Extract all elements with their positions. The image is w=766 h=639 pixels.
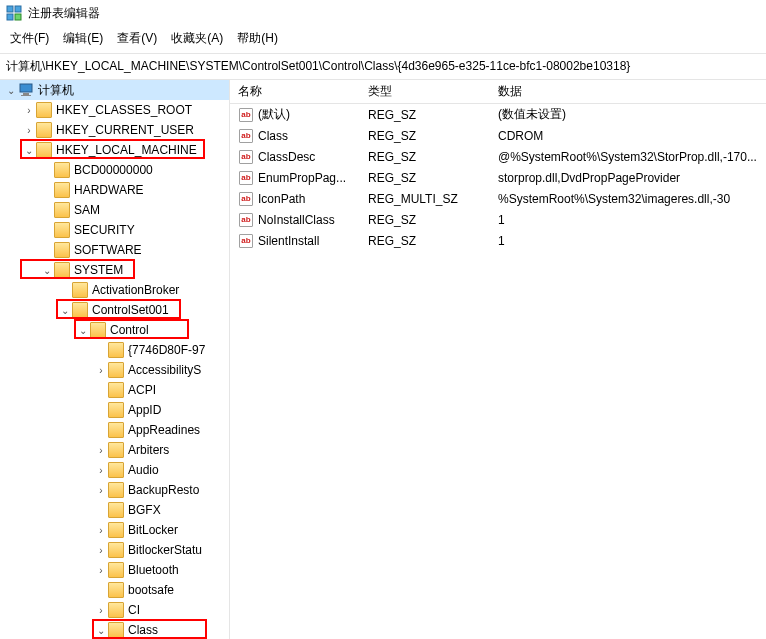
tree-node[interactable]: AppReadines	[0, 420, 229, 440]
folder-icon	[108, 422, 124, 438]
value-row[interactable]: abIconPathREG_MULTI_SZ%SystemRoot%\Syste…	[230, 188, 766, 209]
chevron-down-icon[interactable]: ⌄	[76, 325, 90, 336]
folder-icon	[36, 122, 52, 138]
value-list[interactable]: 名称 类型 数据 ab(默认)REG_SZ(数值未设置)abClassREG_S…	[230, 80, 766, 639]
chevron-down-icon[interactable]: ⌄	[94, 625, 108, 636]
tree-node[interactable]: ›Audio	[0, 460, 229, 480]
tree-node[interactable]: SAM	[0, 200, 229, 220]
tree-node[interactable]: SECURITY	[0, 220, 229, 240]
folder-icon	[108, 342, 124, 358]
value-type: REG_SZ	[360, 213, 490, 227]
folder-icon	[36, 142, 52, 158]
tree-node[interactable]: HARDWARE	[0, 180, 229, 200]
tree-node-label: AccessibilityS	[128, 363, 201, 377]
column-type[interactable]: 类型	[360, 83, 490, 100]
address-bar[interactable]: 计算机\HKEY_LOCAL_MACHINE\SYSTEM\ControlSet…	[0, 54, 766, 80]
column-data[interactable]: 数据	[490, 83, 766, 100]
chevron-down-icon[interactable]: ⌄	[58, 305, 72, 316]
chevron-down-icon[interactable]: ⌄	[4, 85, 18, 96]
tree-node[interactable]: ⌄SYSTEM	[0, 260, 229, 280]
chevron-right-icon[interactable]: ›	[22, 105, 36, 116]
value-row[interactable]: abNoInstallClassREG_SZ1	[230, 209, 766, 230]
folder-icon	[54, 222, 70, 238]
tree-node[interactable]: ›Arbiters	[0, 440, 229, 460]
tree-node-label: 计算机	[38, 82, 74, 99]
tree-node[interactable]: SOFTWARE	[0, 240, 229, 260]
tree-node[interactable]: ›Bluetooth	[0, 560, 229, 580]
string-value-icon: ab	[238, 191, 254, 207]
tree-node[interactable]: ⌄计算机	[0, 80, 229, 100]
tree-node[interactable]: ›AccessibilityS	[0, 360, 229, 380]
tree-node-label: AppID	[128, 403, 161, 417]
tree-node-label: HARDWARE	[74, 183, 144, 197]
chevron-right-icon[interactable]: ›	[94, 445, 108, 456]
chevron-right-icon[interactable]: ›	[94, 545, 108, 556]
tree-node[interactable]: BGFX	[0, 500, 229, 520]
menu-file[interactable]: 文件(F)	[4, 28, 55, 49]
string-value-icon: ab	[238, 128, 254, 144]
window-title: 注册表编辑器	[28, 5, 100, 22]
value-row[interactable]: abEnumPropPag...REG_SZstorprop.dll,DvdPr…	[230, 167, 766, 188]
string-value-icon: ab	[238, 149, 254, 165]
string-value-icon: ab	[238, 212, 254, 228]
list-header[interactable]: 名称 类型 数据	[230, 80, 766, 104]
folder-icon	[108, 462, 124, 478]
menu-favorites[interactable]: 收藏夹(A)	[165, 28, 229, 49]
value-type: REG_SZ	[360, 234, 490, 248]
svg-rect-5	[23, 93, 29, 95]
tree-node-label: ACPI	[128, 383, 156, 397]
tree-node[interactable]: ActivationBroker	[0, 280, 229, 300]
value-row[interactable]: abClassREG_SZCDROM	[230, 125, 766, 146]
tree-node[interactable]: BCD00000000	[0, 160, 229, 180]
tree-node[interactable]: {7746D80F-97	[0, 340, 229, 360]
string-value-icon: ab	[238, 233, 254, 249]
folder-icon	[108, 582, 124, 598]
tree-node-label: ControlSet001	[92, 303, 169, 317]
chevron-right-icon[interactable]: ›	[94, 605, 108, 616]
chevron-right-icon[interactable]: ›	[94, 365, 108, 376]
chevron-right-icon[interactable]: ›	[22, 125, 36, 136]
value-row[interactable]: ab(默认)REG_SZ(数值未设置)	[230, 104, 766, 125]
tree-node-label: BackupResto	[128, 483, 199, 497]
chevron-down-icon[interactable]: ⌄	[22, 145, 36, 156]
registry-tree[interactable]: ⌄计算机›HKEY_CLASSES_ROOT›HKEY_CURRENT_USER…	[0, 80, 230, 639]
value-row[interactable]: abSilentInstallREG_SZ1	[230, 230, 766, 251]
tree-node[interactable]: bootsafe	[0, 580, 229, 600]
tree-node[interactable]: ›BackupResto	[0, 480, 229, 500]
svg-rect-1	[15, 6, 21, 12]
folder-icon	[72, 282, 88, 298]
chevron-down-icon[interactable]: ⌄	[40, 265, 54, 276]
tree-node[interactable]: ›HKEY_CURRENT_USER	[0, 120, 229, 140]
tree-node[interactable]: ACPI	[0, 380, 229, 400]
tree-node[interactable]: ⌄HKEY_LOCAL_MACHINE	[0, 140, 229, 160]
tree-node[interactable]: ›BitlockerStatu	[0, 540, 229, 560]
value-type: REG_SZ	[360, 108, 490, 122]
tree-node[interactable]: ›HKEY_CLASSES_ROOT	[0, 100, 229, 120]
tree-node[interactable]: ›CI	[0, 600, 229, 620]
value-type: REG_SZ	[360, 171, 490, 185]
folder-icon	[108, 362, 124, 378]
tree-node[interactable]: AppID	[0, 400, 229, 420]
tree-node-label: SECURITY	[74, 223, 135, 237]
chevron-right-icon[interactable]: ›	[94, 565, 108, 576]
chevron-right-icon[interactable]: ›	[94, 525, 108, 536]
string-value-icon: ab	[238, 107, 254, 123]
tree-node-label: bootsafe	[128, 583, 174, 597]
tree-node[interactable]: ⌄Control	[0, 320, 229, 340]
tree-node[interactable]: ⌄ControlSet001	[0, 300, 229, 320]
menu-view[interactable]: 查看(V)	[111, 28, 163, 49]
chevron-right-icon[interactable]: ›	[94, 485, 108, 496]
menu-help[interactable]: 帮助(H)	[231, 28, 284, 49]
tree-node[interactable]: ⌄Class	[0, 620, 229, 639]
tree-node-label: BCD00000000	[74, 163, 153, 177]
chevron-right-icon[interactable]: ›	[94, 465, 108, 476]
value-row[interactable]: abClassDescREG_SZ@%SystemRoot%\System32\…	[230, 146, 766, 167]
menu-bar: 文件(F) 编辑(E) 查看(V) 收藏夹(A) 帮助(H)	[0, 26, 766, 54]
folder-icon	[54, 182, 70, 198]
tree-node-label: Class	[128, 623, 158, 637]
menu-edit[interactable]: 编辑(E)	[57, 28, 109, 49]
tree-node-label: BGFX	[128, 503, 161, 517]
tree-node[interactable]: ›BitLocker	[0, 520, 229, 540]
column-name[interactable]: 名称	[230, 83, 360, 100]
folder-icon	[54, 242, 70, 258]
